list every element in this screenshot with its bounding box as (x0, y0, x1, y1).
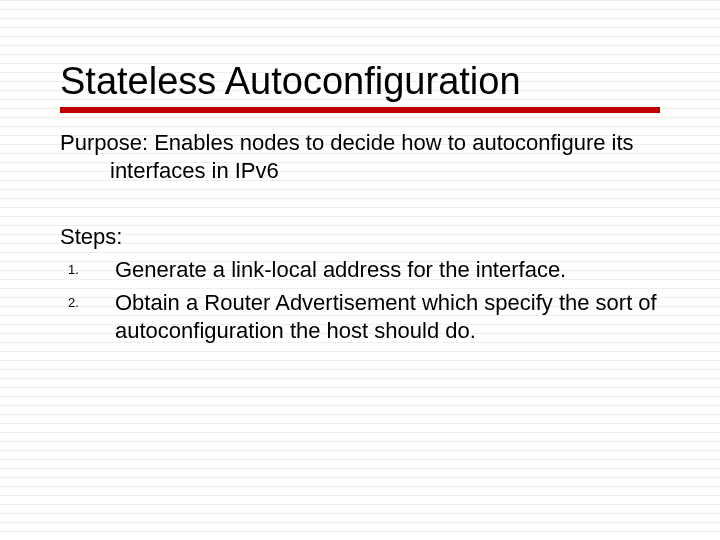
step-number: 2. (60, 289, 115, 312)
title-underline (60, 107, 660, 113)
purpose-text: Purpose: Enables nodes to decide how to … (60, 129, 660, 184)
steps-label: Steps: (60, 224, 660, 250)
step-number: 1. (60, 256, 115, 279)
step-text: Obtain a Router Advertisement which spec… (115, 289, 660, 346)
list-item: 1. Generate a link-local address for the… (60, 256, 660, 285)
step-text: Generate a link-local address for the in… (115, 256, 660, 285)
list-item: 2. Obtain a Router Advertisement which s… (60, 289, 660, 346)
purpose-paragraph: Purpose: Enables nodes to decide how to … (60, 129, 660, 184)
slide: Stateless Autoconfiguration Purpose: Ena… (0, 0, 720, 540)
slide-title: Stateless Autoconfiguration (60, 60, 660, 103)
steps-list: 1. Generate a link-local address for the… (60, 256, 660, 346)
